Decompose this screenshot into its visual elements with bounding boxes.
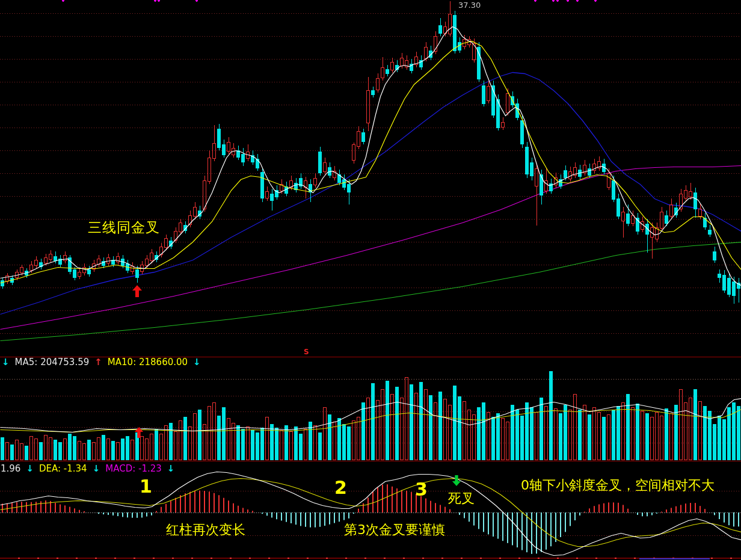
- volume-ma-header: ↓ MA5: 204753.59 ↑ MA10: 218660.00 ↓: [2, 358, 201, 367]
- down-arrow-icon: ↓: [167, 464, 175, 473]
- price-chart-canvas[interactable]: [0, 0, 741, 560]
- vol-ma5-value: MA5: 204753.59: [15, 358, 90, 367]
- red-bars-note: 红柱再次变长: [166, 523, 245, 537]
- down-arrow-icon: [452, 475, 463, 487]
- macd-value: MACD: -1.23: [105, 464, 162, 473]
- golden-cross-annotation: 三线同金叉: [88, 221, 160, 235]
- up-arrow-icon: ↑: [94, 358, 102, 367]
- golden-cross-1-label: 1: [140, 478, 152, 496]
- ex-rights-marker: S: [304, 348, 309, 355]
- up-arrow-icon: [134, 427, 145, 439]
- down-arrow-icon: ↓: [193, 358, 201, 367]
- vol-ma10-value: MA10: 218660.00: [108, 358, 188, 367]
- golden-cross-2-label: 2: [334, 479, 347, 497]
- macd-indicator-header: 1.96 ↓ DEA: -1.34 ↓ MACD: -1.23 ↓: [1, 464, 174, 473]
- down-arrow-icon: ↓: [93, 464, 100, 473]
- macd-dif-value: 1.96: [1, 464, 20, 473]
- peak-price-label: 37.30: [458, 1, 481, 9]
- third-cross-note: 第3次金叉要谨慎: [344, 523, 445, 537]
- death-cross-annotation: 死叉: [448, 492, 475, 505]
- down-arrow-icon: ↓: [2, 358, 10, 367]
- down-arrow-icon: ↓: [26, 464, 34, 473]
- golden-cross-3-label: 3: [415, 481, 428, 499]
- up-arrow-icon: [132, 285, 143, 297]
- zero-axis-note: 0轴下小斜度金叉，空间相对不大: [521, 479, 715, 492]
- stock-chart-app: 37.30 三线同金叉 S ↓ MA5: 204753.59 ↑ MA10: 2…: [0, 0, 741, 560]
- macd-dea-value: DEA: -1.34: [39, 464, 87, 473]
